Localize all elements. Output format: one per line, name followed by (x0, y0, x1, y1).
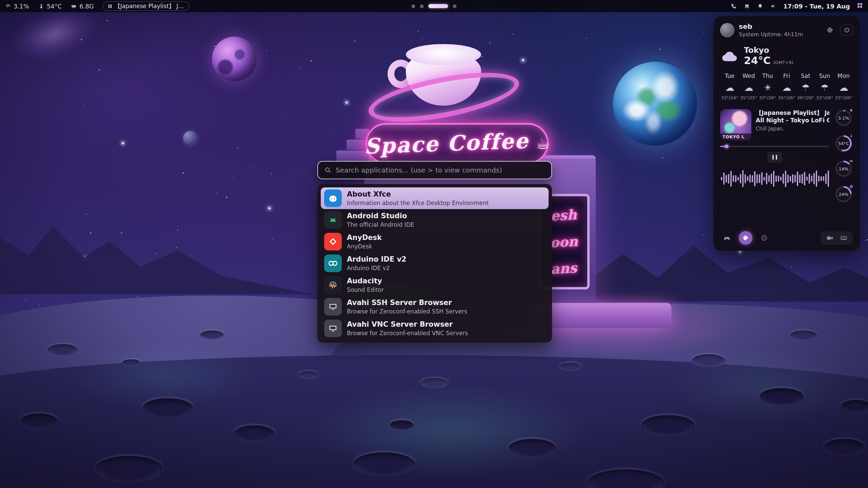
waveform-bar (799, 175, 801, 183)
window-neon-text: esh (550, 206, 577, 224)
launcher-item-audacity[interactable]: Audacity Sound Editor (321, 274, 549, 296)
weather-city: Tokyo (744, 46, 793, 55)
theme-button[interactable] (739, 231, 752, 245)
screen-record-icon[interactable] (826, 234, 834, 242)
forecast-day: Wed☁35°/25° (739, 73, 758, 100)
avahi-vnc-app-icon (324, 320, 342, 337)
system-gauges: 3.1% 54°C 14% 24% (834, 109, 853, 225)
forecast-day: Thu☀33°/26° (758, 73, 777, 100)
album-caption: TOKYO L (720, 134, 751, 140)
clock[interactable]: 17:09 - Tue, 19 Aug (783, 3, 850, 10)
volume-icon[interactable] (770, 3, 777, 9)
keyboard-icon[interactable] (840, 234, 848, 242)
launcher-item-arduino-ide[interactable]: Arduino IDE v2 Arduino IDE v2 (321, 252, 549, 274)
app-title: Avahi SSH Server Browser (347, 299, 467, 307)
waveform-bar (733, 175, 734, 182)
search-input[interactable] (336, 166, 545, 174)
memory-value: 6.8G (79, 3, 94, 10)
workspace-dot-4[interactable] (453, 4, 457, 8)
memory-gauge: 14% (835, 161, 852, 177)
app-subtitle: The official Android IDE (347, 221, 414, 228)
weather-temperature: 24°C (744, 55, 771, 66)
sign-text: Space Coffee (364, 128, 529, 159)
forecast-day: Mon☁33°/26° (834, 73, 853, 100)
waveform-bar (797, 171, 798, 186)
bell-icon[interactable] (757, 3, 764, 9)
workspace-active-pill[interactable] (429, 4, 448, 8)
waveform-bar (775, 176, 777, 182)
waveform-bar (804, 172, 805, 185)
palette-icon (742, 234, 749, 242)
memory-widget: 6.8G (71, 3, 94, 10)
waveform-bar (721, 177, 722, 180)
power-button[interactable] (840, 25, 853, 36)
phone-icon[interactable] (730, 3, 737, 9)
app-title: Avahi VNC Server Browser (347, 320, 468, 328)
cup-rim (406, 44, 481, 65)
coffee-cup-icon (536, 134, 550, 152)
waveform-bar (811, 176, 812, 182)
compass-button[interactable] (757, 231, 771, 245)
weather-icon: ☁ (720, 82, 739, 93)
gamepad-button[interactable] (720, 231, 734, 245)
settings-button[interactable] (823, 25, 836, 36)
app-subtitle: Arduino IDE v2 (347, 265, 407, 271)
workspace-dot-2[interactable] (420, 4, 424, 8)
thermometer-icon (38, 3, 44, 9)
launcher-item-android-studio[interactable]: Android Studio The official Android IDE (321, 209, 549, 231)
weather-timezone: (GMT+9) (773, 60, 793, 65)
waveform-bar (756, 174, 758, 183)
track-title-line1: 【Japanese Playlist】 Japan (756, 109, 829, 117)
launcher-item-avahi-vnc[interactable]: Avahi VNC Server Browser Browse for Zero… (321, 318, 549, 339)
pause-icon (108, 4, 112, 8)
waveform-bar (723, 172, 725, 185)
application-list: About Xfce Information about the Xfce De… (317, 184, 552, 343)
weather-widget: Tokyo 24°C (GMT+9) Tue☁33°/24° Wed☁35°/2… (720, 46, 853, 100)
avatar[interactable] (720, 23, 734, 37)
launcher-item-anydesk[interactable]: AnyDesk AnyDesk (321, 231, 549, 252)
waveform-bar (821, 176, 822, 181)
temperature-gauge: 54°C (835, 135, 852, 151)
waveform-bar (806, 177, 808, 181)
saturn-cup-illustration (385, 43, 504, 125)
gauge-icon (5, 3, 11, 9)
waveform-bar (747, 176, 748, 181)
workspace-dot-1[interactable] (412, 4, 415, 8)
waveform-bar (764, 177, 765, 181)
anydesk-app-icon (324, 233, 342, 250)
waveform-bar (787, 175, 789, 183)
launcher-item-about-xfce[interactable]: About Xfce Information about the Xfce De… (321, 187, 549, 209)
disk-gauge: 24% (835, 186, 852, 202)
android-studio-app-icon (324, 211, 342, 229)
waveform-bar (761, 172, 763, 185)
now-playing-widget[interactable]: 【Japanese Playlist】 J... (103, 1, 190, 11)
waveform-bar (792, 174, 793, 183)
waveform-bar (771, 174, 772, 184)
progress-knob[interactable] (725, 145, 729, 148)
laptop-icon[interactable] (744, 3, 750, 9)
launcher-item-avahi-ssh[interactable]: Avahi SSH Server Browser Browse for Zero… (321, 296, 549, 318)
cpu-icon (849, 107, 853, 114)
forecast-day: Tue☁33°/24° (720, 73, 739, 100)
waveform-bar (785, 170, 786, 187)
cloud-icon (720, 48, 738, 64)
waveform-bar (802, 174, 803, 184)
forecast-day: Fri☁35°/26° (777, 73, 796, 100)
uptime-label: System Uptime: 4h11m (739, 31, 803, 38)
app-subtitle: Browse for Zeroconf-enabled VNC Servers (347, 330, 468, 337)
media-player-widget: TOKYO L 【Japanese Playlist】 Japan All Ni… (720, 109, 829, 225)
track-progress-bar[interactable] (720, 146, 829, 147)
waveform-bar (740, 174, 741, 183)
app-title: Android Studio (347, 212, 414, 220)
thermometer-icon (849, 133, 853, 139)
app-grid-icon[interactable] (856, 2, 863, 9)
waveform-bar (773, 171, 774, 187)
forecast-day: Sat☂36°/26° (796, 73, 815, 100)
power-icon (843, 26, 850, 34)
waveform-bar (768, 175, 770, 182)
app-title: AnyDesk (347, 233, 382, 242)
app-title: Arduino IDE v2 (347, 255, 407, 263)
app-subtitle: Information about the Xfce Desktop Envir… (347, 200, 489, 206)
pause-button[interactable] (767, 152, 782, 163)
space-coffee-sign: Space Coffee (366, 123, 549, 164)
